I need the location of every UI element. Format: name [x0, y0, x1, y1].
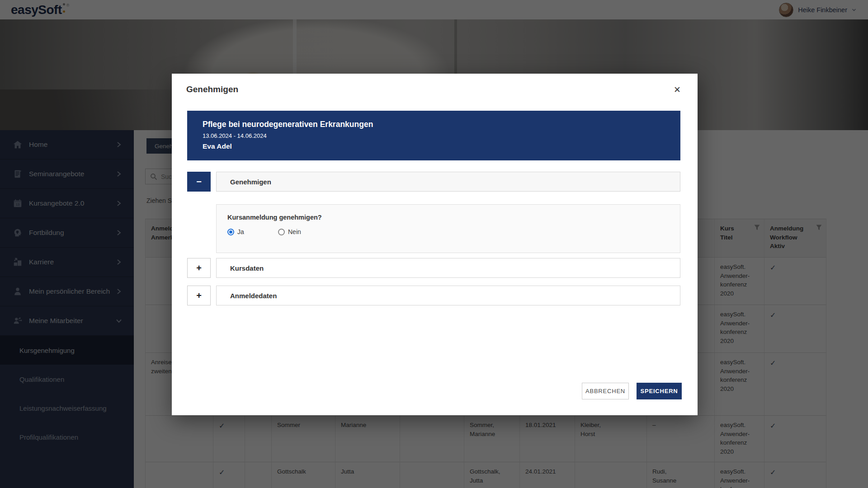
expand-section-button[interactable]: +	[187, 258, 211, 278]
approval-radio-group: Ja Nein	[227, 228, 669, 235]
accordion-header-genehmigen[interactable]: Genehmigen	[216, 172, 680, 192]
radio-icon[interactable]	[227, 229, 234, 235]
radio-option[interactable]: Ja	[227, 228, 255, 235]
modal-title: Genehmigen	[186, 84, 238, 94]
course-person: Eva Adel	[203, 142, 665, 150]
course-banner: Pflege bei neurodegenerativen Erkrankung…	[187, 111, 680, 160]
course-dates: 13.06.2024 - 14.06.2024	[203, 132, 665, 139]
cancel-button[interactable]: ABBRECHEN	[582, 383, 629, 399]
modal-actions: ABBRECHEN SPEICHERN	[582, 383, 682, 399]
radio-icon[interactable]	[278, 229, 285, 235]
approval-question: Kursanmeldung genehmigen?	[227, 214, 669, 221]
radio-option[interactable]: Nein	[278, 228, 305, 235]
expand-section-button[interactable]: +	[187, 286, 211, 305]
save-button[interactable]: SPEICHERN	[637, 383, 682, 399]
genehmigen-modal: Genehmigen ✕ Pflege bei neurodegenerativ…	[172, 74, 698, 415]
course-title: Pflege bei neurodegenerativen Erkrankung…	[203, 120, 665, 129]
accordion-header-anmeldedaten[interactable]: Anmeldedaten	[216, 286, 680, 305]
page-root: easySoft® Heike Finkbeiner Home Seminara…	[0, 0, 868, 488]
accordion-header-kursdaten[interactable]: Kursdaten	[216, 258, 680, 278]
close-icon[interactable]: ✕	[670, 83, 684, 96]
genehmigen-panel: Kursanmeldung genehmigen? Ja Nein	[216, 204, 680, 253]
collapse-section-button[interactable]: −	[187, 172, 211, 192]
